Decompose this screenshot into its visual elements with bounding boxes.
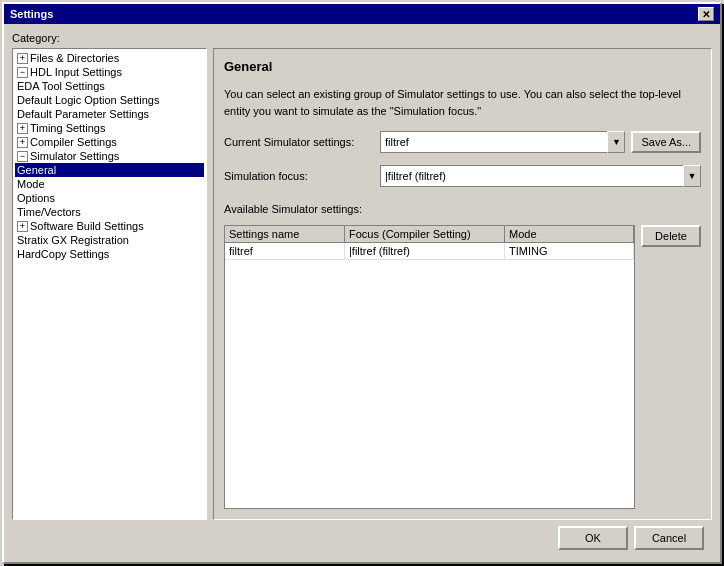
th-focus: Focus (Compiler Setting): [345, 226, 505, 242]
th-mode: Mode: [505, 226, 634, 242]
table-row[interactable]: filtref |filtref (filtref) TIMING: [225, 243, 634, 260]
sidebar-item-label: Software Build Settings: [30, 220, 144, 232]
simulation-focus-input[interactable]: [380, 165, 683, 187]
th-settings-name: Settings name: [225, 226, 345, 242]
current-simulator-row: Current Simulator settings: ▼ Save As...: [224, 131, 701, 153]
sidebar-item-label: Mode: [17, 178, 45, 190]
close-button[interactable]: ✕: [698, 7, 714, 21]
sidebar-item-compiler-settings[interactable]: + Compiler Settings: [15, 135, 204, 149]
sidebar-item-label: Default Parameter Settings: [17, 108, 149, 120]
sidebar-item-label: Stratix GX Registration: [17, 234, 129, 246]
sidebar-item-mode[interactable]: Mode: [15, 177, 204, 191]
simulation-focus-combo: ▼: [380, 165, 701, 187]
ok-button[interactable]: OK: [558, 526, 628, 550]
simulator-settings-table: Settings name Focus (Compiler Setting) M…: [224, 225, 635, 509]
sidebar-item-files-directories[interactable]: + Files & Directories: [15, 51, 204, 65]
sidebar-item-hdl-input-settings[interactable]: − HDL Input Settings: [15, 65, 204, 79]
title-bar: Settings ✕: [4, 4, 720, 24]
sidebar-item-general[interactable]: General: [15, 163, 204, 177]
sidebar-item-label: Files & Directories: [30, 52, 119, 64]
sidebar-item-label: Default Logic Option Settings: [17, 94, 159, 106]
delete-button[interactable]: Delete: [641, 225, 701, 247]
panel-title: General: [224, 59, 701, 74]
sidebar-item-label: Timing Settings: [30, 122, 105, 134]
cancel-button[interactable]: Cancel: [634, 526, 704, 550]
current-simulator-dropdown-btn[interactable]: ▼: [607, 131, 625, 153]
window-body: Category: + Files & Directories − HDL In…: [4, 24, 720, 562]
td-settings-name: filtref: [225, 243, 345, 259]
expander-icon: +: [17, 221, 28, 232]
simulation-focus-dropdown-btn[interactable]: ▼: [683, 165, 701, 187]
expander-icon: +: [17, 137, 28, 148]
description-text: You can select an existing group of Simu…: [224, 86, 701, 119]
sidebar-item-time-vectors[interactable]: Time/Vectors: [15, 205, 204, 219]
sidebar-item-options[interactable]: Options: [15, 191, 204, 205]
right-panel: General You can select an existing group…: [213, 48, 712, 520]
available-label: Available Simulator settings:: [224, 203, 701, 215]
current-simulator-input[interactable]: [380, 131, 607, 153]
category-label: Category:: [12, 32, 712, 44]
sidebar-item-label: HardCopy Settings: [17, 248, 109, 260]
sidebar-item-eda-tool-settings[interactable]: EDA Tool Settings: [15, 79, 204, 93]
td-focus: |filtref (filtref): [345, 243, 505, 259]
current-simulator-combo: ▼: [380, 131, 625, 153]
table-header: Settings name Focus (Compiler Setting) M…: [225, 226, 634, 243]
window-title: Settings: [10, 8, 53, 20]
table-body: filtref |filtref (filtref) TIMING: [225, 243, 634, 508]
main-content: + Files & Directories − HDL Input Settin…: [12, 48, 712, 520]
expander-icon: +: [17, 53, 28, 64]
settings-window: Settings ✕ Category: + Files & Directori…: [2, 2, 722, 564]
footer-bar: OK Cancel: [12, 520, 712, 554]
td-mode: TIMING: [505, 243, 634, 259]
sidebar-item-default-parameter-settings[interactable]: Default Parameter Settings: [15, 107, 204, 121]
sidebar-item-label: Simulator Settings: [30, 150, 119, 162]
simulation-focus-label: Simulation focus:: [224, 170, 374, 182]
sidebar-item-label: General: [17, 164, 56, 176]
category-tree: + Files & Directories − HDL Input Settin…: [12, 48, 207, 520]
sidebar-item-label: HDL Input Settings: [30, 66, 122, 78]
sidebar-item-timing-settings[interactable]: + Timing Settings: [15, 121, 204, 135]
sidebar-item-label: EDA Tool Settings: [17, 80, 105, 92]
sidebar-item-label: Compiler Settings: [30, 136, 117, 148]
expander-icon: −: [17, 67, 28, 78]
sidebar-item-label: Options: [17, 192, 55, 204]
sidebar-item-label: Time/Vectors: [17, 206, 81, 218]
sidebar-item-simulator-settings[interactable]: − Simulator Settings: [15, 149, 204, 163]
simulation-focus-row: Simulation focus: ▼: [224, 165, 701, 187]
sidebar-item-hardcopy-settings[interactable]: HardCopy Settings: [15, 247, 204, 261]
expander-icon: −: [17, 151, 28, 162]
expander-icon: +: [17, 123, 28, 134]
current-simulator-label: Current Simulator settings:: [224, 136, 374, 148]
table-area: Settings name Focus (Compiler Setting) M…: [224, 225, 701, 509]
sidebar-item-stratix-gx-registration[interactable]: Stratix GX Registration: [15, 233, 204, 247]
save-as-button[interactable]: Save As...: [631, 131, 701, 153]
sidebar-item-default-logic-option-settings[interactable]: Default Logic Option Settings: [15, 93, 204, 107]
sidebar-item-software-build-settings[interactable]: + Software Build Settings: [15, 219, 204, 233]
